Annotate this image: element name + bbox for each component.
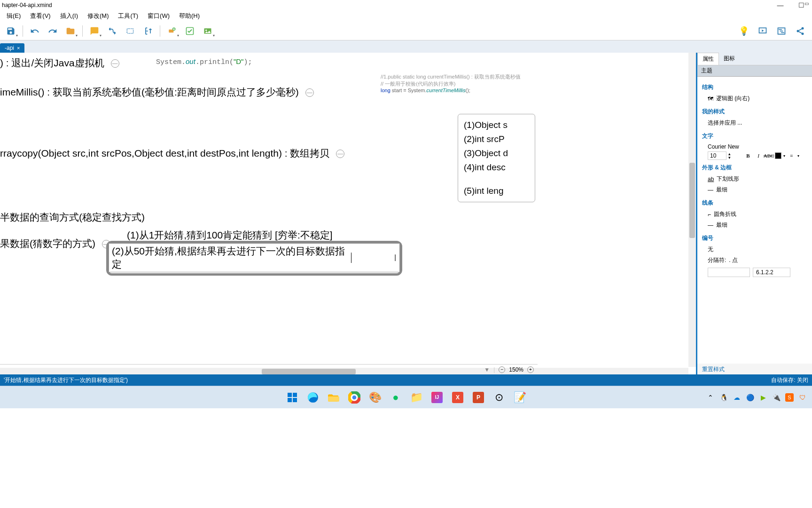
subtab-topic[interactable]: 主题 (697, 65, 812, 77)
tray-icon[interactable]: 🔵 (745, 393, 755, 402)
align-button[interactable]: ≡ (787, 151, 796, 160)
mindmap-node[interactable]: ) : 退出/关闭Java虚拟机 — (0, 56, 119, 70)
undo-button[interactable] (27, 24, 43, 39)
scroll-thumb[interactable] (689, 163, 695, 238)
numbering-none[interactable]: 无 (702, 244, 807, 255)
sub-topic[interactable]: (1)Object s (464, 118, 529, 132)
xmind-icon[interactable]: X (448, 388, 468, 407)
intellij-icon[interactable]: IJ (427, 388, 447, 407)
edit-input[interactable]: (2)从50开始猜,根据结果再去进行下一次的目标数据指定 I (109, 243, 400, 272)
sub-topic-box[interactable]: (1)Object s (2)int srcP (3)Object d (4)i… (458, 114, 535, 202)
separator-row[interactable]: 分隔符: . 点 (702, 255, 807, 266)
gantt-button[interactable] (773, 24, 789, 39)
minimize-pane-icon[interactable]: ▭ (804, 1, 810, 7)
powerpoint-icon[interactable]: P (468, 388, 488, 407)
vertical-scrollbar[interactable] (688, 53, 696, 367)
idea-icon[interactable]: 💡 (736, 24, 752, 39)
insert-button[interactable] (164, 24, 180, 39)
start-button[interactable] (282, 388, 302, 407)
document-tab[interactable]: -api × (0, 43, 24, 53)
open-button[interactable] (62, 24, 78, 39)
zoom-bar: ▼ | − 150% + (0, 364, 538, 374)
menu-help[interactable]: 帮助(H) (174, 11, 204, 21)
collapse-icon[interactable]: — (111, 59, 119, 68)
image-button[interactable] (200, 24, 216, 39)
sub-topic[interactable]: (3)Object d (464, 146, 529, 160)
menu-insert[interactable]: 插入(I) (55, 11, 83, 21)
chevron-up-icon[interactable]: ⌃ (706, 393, 715, 402)
filter-icon[interactable]: ▼ (484, 366, 490, 373)
folder-icon[interactable]: 📁 (406, 388, 426, 407)
typora-icon[interactable]: ⊙ (489, 388, 509, 407)
font-select[interactable]: Courier New (702, 142, 807, 151)
mindmap-node[interactable]: 半数据的查询方式(稳定查找方式) (0, 211, 145, 224)
structure-row[interactable]: 🗺 逻辑图 (向右) (702, 93, 807, 104)
tab-strip: -api × ▭ (0, 40, 812, 53)
size-stepper[interactable]: ▴▾ (728, 152, 731, 159)
props-tabs: 属性 图标 (697, 53, 812, 65)
tab-properties[interactable]: 属性 (697, 53, 719, 65)
strike-button[interactable]: ABC (765, 151, 773, 160)
bold-button[interactable]: B (744, 151, 752, 160)
collapse-icon[interactable]: — (336, 150, 344, 158)
tab-close-icon[interactable]: × (17, 45, 20, 51)
chrome-icon[interactable] (344, 388, 364, 407)
zoom-in-button[interactable]: + (527, 366, 534, 373)
menu-tools[interactable]: 工具(T) (113, 11, 143, 21)
notepad-icon[interactable]: 📝 (510, 388, 530, 407)
share-button[interactable] (792, 24, 808, 39)
relationship-button[interactable] (104, 24, 120, 39)
sub-topic[interactable]: (2)int srcP (464, 132, 529, 146)
mindmap-node[interactable]: imeMillis() : 获取当前系统毫秒值(毫秒值:距离时间原点过了多少毫秒… (0, 86, 314, 99)
explorer-icon[interactable] (324, 388, 344, 407)
font-size-input[interactable]: 10 (708, 151, 726, 160)
redo-button[interactable] (45, 24, 61, 39)
paint-icon[interactable]: 🎨 (365, 388, 385, 407)
menu-view[interactable]: 查看(V) (25, 11, 55, 21)
canvas[interactable]: ) : 退出/关闭Java虚拟机 — System.out.println("D… (0, 53, 697, 375)
minimize-button[interactable]: — (770, 0, 791, 10)
text-color-swatch[interactable] (775, 152, 781, 159)
svg-point-12 (797, 30, 799, 32)
style-select[interactable]: 选择并应用 ... (702, 118, 807, 128)
prefix-input-1[interactable] (708, 268, 750, 277)
menu-edit[interactable]: 辑(E) (2, 11, 25, 21)
mindmap-node[interactable]: (1)从1开始猜,猜到100肯定能猜到 [穷举:不稳定] (127, 229, 333, 242)
line-style-row[interactable]: ⌐ 圆角折线 (702, 209, 807, 220)
tab-icons[interactable]: 图标 (719, 53, 740, 65)
zoom-out-button[interactable]: − (499, 366, 505, 373)
edge-icon[interactable] (303, 388, 323, 407)
mindmap-node[interactable]: 果数据(猜数字的方式) — (0, 237, 110, 250)
qq-icon[interactable]: 🐧 (719, 393, 728, 402)
save-button[interactable] (3, 24, 19, 39)
collapse-icon[interactable]: — (305, 88, 314, 97)
antivirus-icon[interactable]: 🛡 (798, 393, 807, 402)
usb-icon[interactable]: 🔌 (772, 393, 781, 402)
menu-modify[interactable]: 修改(M) (83, 11, 114, 21)
task-button[interactable] (182, 24, 198, 39)
underline-row[interactable]: ab 下划线形 (702, 174, 807, 184)
wechat-icon[interactable]: ● (386, 388, 406, 407)
svg-rect-9 (780, 31, 783, 32)
node-text: rraycopy(Object src,int srcPos,Object de… (0, 148, 329, 159)
reset-style-link[interactable]: 重置样式 (697, 364, 812, 375)
onedrive-icon[interactable]: ☁ (732, 393, 742, 402)
svg-point-11 (802, 27, 804, 29)
present-button[interactable] (755, 24, 771, 39)
nvidia-icon[interactable]: ▶ (758, 393, 768, 402)
svg-rect-10 (781, 32, 784, 33)
italic-button[interactable]: I (754, 151, 763, 160)
prefix-input-2[interactable] (753, 268, 790, 277)
sogou-icon[interactable]: S (785, 393, 794, 402)
comment-button[interactable] (86, 24, 102, 39)
line-weight-row[interactable]: — 最细 (702, 220, 807, 230)
border-weight-row[interactable]: — 最细 (702, 184, 807, 195)
summary-button[interactable] (140, 24, 156, 39)
editing-node[interactable]: (2)从50开始猜,根据结果再去进行下一次的目标数据指定 I (106, 241, 402, 276)
boundary-button[interactable] (122, 24, 138, 39)
zoom-value[interactable]: 150% (509, 366, 523, 373)
mindmap-node[interactable]: rraycopy(Object src,int srcPos,Object de… (0, 147, 344, 160)
menu-window[interactable]: 窗口(W) (143, 11, 174, 21)
sub-topic[interactable]: (5)int leng (464, 184, 529, 198)
sub-topic[interactable]: (4)int desc (464, 160, 529, 175)
